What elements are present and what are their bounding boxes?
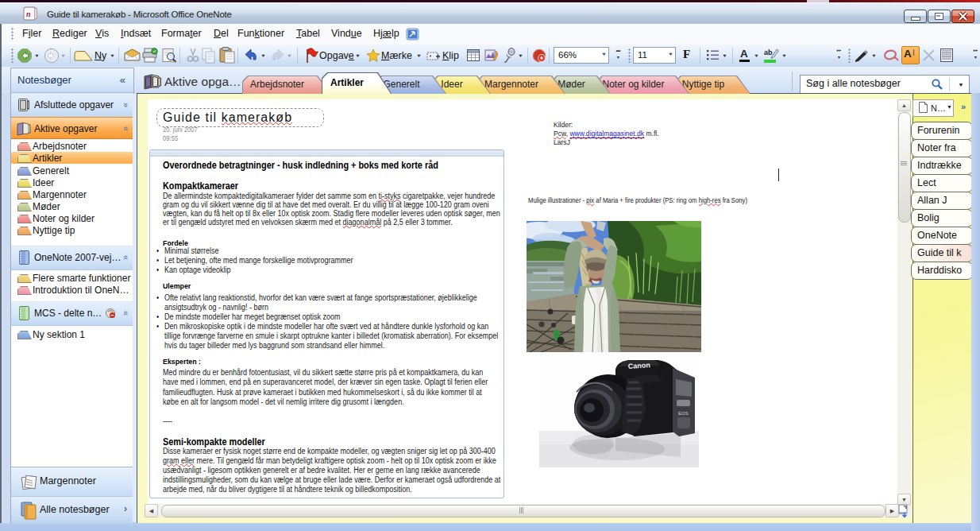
svg-text:Canon: Canon <box>627 361 650 370</box>
svg-text:EOS: EOS <box>678 411 689 416</box>
svg-text:n: n <box>26 10 31 18</box>
svg-text:ab: ab <box>764 48 773 56</box>
